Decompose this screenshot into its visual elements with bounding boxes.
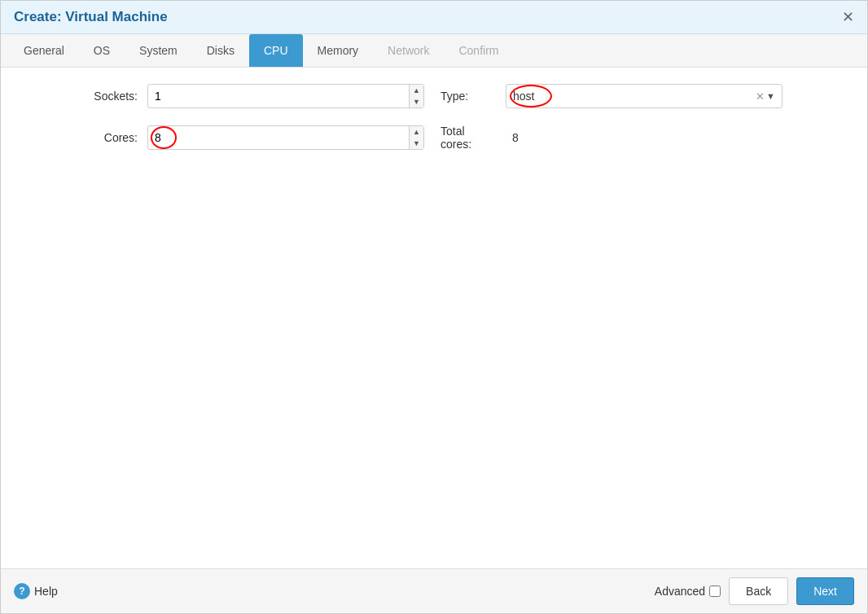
tab-system[interactable]: System (125, 34, 192, 67)
tab-bar: General OS System Disks CPU Memory Netwo… (1, 34, 867, 68)
tab-memory[interactable]: Memory (303, 34, 374, 67)
cores-input[interactable] (148, 131, 409, 144)
dialog-footer: ? Help Advanced Back Next (1, 568, 867, 613)
footer-left: ? Help (14, 583, 58, 599)
sockets-spinbox[interactable]: ▲ ▼ (147, 84, 424, 108)
advanced-checkbox[interactable] (709, 585, 721, 597)
type-value: host (513, 90, 754, 103)
back-button[interactable]: Back (729, 577, 788, 605)
dialog-title: Create: Virtual Machine (14, 9, 168, 25)
cpu-form-grid: Sockets: ▲ ▼ Type: host ✕ ▼ (17, 84, 851, 151)
footer-right: Advanced Back Next (655, 577, 854, 605)
cores-arrows: ▲ ▼ (409, 126, 423, 149)
tab-network: Network (373, 34, 444, 67)
next-button[interactable]: Next (796, 577, 854, 605)
advanced-wrapper: Advanced (655, 585, 721, 598)
tab-cpu[interactable]: CPU (249, 34, 303, 67)
help-icon: ? (14, 583, 30, 599)
type-clear-button[interactable]: ✕ (754, 90, 766, 103)
sockets-up-arrow[interactable]: ▲ (410, 85, 423, 96)
tab-disks[interactable]: Disks (192, 34, 249, 67)
tab-confirm: Confirm (444, 34, 513, 67)
close-button[interactable]: ✕ (842, 10, 854, 24)
cores-spinbox[interactable]: ▲ ▼ (147, 125, 424, 150)
tab-os[interactable]: OS (79, 34, 125, 67)
type-select[interactable]: host ✕ ▼ (506, 84, 783, 108)
cores-down-arrow[interactable]: ▼ (410, 138, 423, 149)
sockets-input[interactable] (148, 90, 409, 103)
advanced-label: Advanced (655, 585, 705, 598)
total-cores-value: 8 (506, 131, 851, 144)
dialog-header: Create: Virtual Machine ✕ (1, 1, 867, 34)
sockets-arrows: ▲ ▼ (409, 85, 423, 107)
cores-up-arrow[interactable]: ▲ (410, 126, 423, 138)
create-vm-dialog: Create: Virtual Machine ✕ General OS Sys… (0, 0, 868, 614)
tab-general[interactable]: General (9, 34, 79, 67)
sockets-down-arrow[interactable]: ▼ (410, 96, 423, 107)
cores-label: Cores: (17, 131, 147, 144)
type-label: Type: (424, 90, 506, 103)
form-content: Sockets: ▲ ▼ Type: host ✕ ▼ (1, 68, 867, 568)
type-dropdown-button[interactable]: ▼ (766, 91, 775, 101)
help-label: Help (34, 585, 58, 598)
total-cores-label: Total cores: (424, 125, 506, 151)
help-button[interactable]: ? Help (14, 583, 58, 599)
sockets-label: Sockets: (17, 90, 147, 103)
